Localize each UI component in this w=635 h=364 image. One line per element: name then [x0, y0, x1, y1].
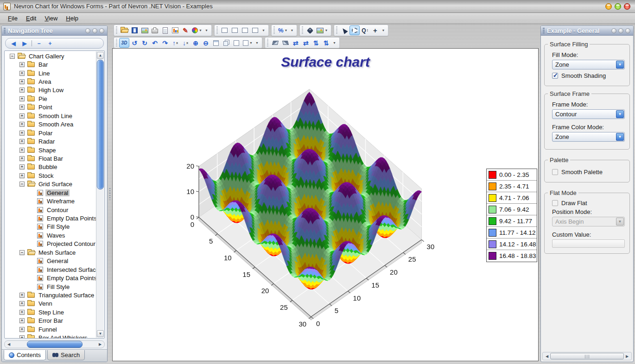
expand-icon[interactable]: +	[19, 173, 25, 178]
draw-flat-row[interactable]: Draw Flat	[552, 200, 626, 207]
scale-dropdown[interactable]: ▼	[289, 25, 295, 35]
tree-item-fill-style[interactable]: Fill Style	[5, 282, 95, 291]
collapse-icon[interactable]: −	[10, 54, 15, 59]
tools-dropdown[interactable]: ▼	[380, 25, 386, 35]
zoom-out-button[interactable]: ⊖	[201, 38, 211, 48]
menu-view[interactable]: View	[40, 14, 62, 23]
expand-icon[interactable]: +	[19, 122, 25, 127]
scroll-right-button[interactable]: ▶	[624, 353, 630, 359]
expand-icon[interactable]: +	[19, 293, 25, 298]
expand-icon[interactable]: +	[19, 156, 25, 161]
settings-horizontal-scrollbar[interactable]: ◀ ▶	[542, 352, 632, 360]
frame-plain-button[interactable]	[231, 38, 241, 48]
tree-item-stock[interactable]: +Stock	[5, 171, 95, 180]
tree-item-polar[interactable]: +Polar	[5, 129, 95, 137]
tree-item-general[interactable]: General	[5, 188, 95, 197]
title-bar[interactable]: Nevron Chart for Windows Forms - Part of…	[0, 0, 635, 13]
view-dropdown[interactable]: ▼	[254, 38, 260, 48]
expand-icon[interactable]: +	[19, 71, 25, 76]
vertical-scroll-thumb[interactable]	[97, 60, 104, 189]
tree-item-waves[interactable]: Waves	[5, 231, 95, 239]
panel-button-3[interactable]	[99, 28, 104, 33]
panel-button-2[interactable]	[618, 28, 623, 33]
frame-options-button[interactable]: ▼	[241, 38, 254, 48]
toolbar-grip[interactable]	[267, 39, 268, 47]
example-panel-header[interactable]: Example - General	[541, 26, 633, 36]
export-image-button[interactable]	[140, 25, 150, 35]
settings-scroll-thumb[interactable]	[550, 353, 624, 359]
dock-bottom-button[interactable]	[250, 25, 260, 35]
expand-icon[interactable]: +	[19, 164, 25, 169]
tree-item-smooth-line[interactable]: +Smooth Line	[5, 112, 95, 120]
palette-button[interactable]: ▼	[190, 25, 203, 35]
expand-icon[interactable]: +	[19, 301, 25, 306]
toolbar-grip[interactable]	[116, 39, 117, 47]
expand-icon[interactable]: +	[19, 310, 25, 315]
scroll-left-button[interactable]: ◀	[6, 341, 12, 347]
smooth-palette-checkbox[interactable]	[552, 169, 558, 175]
tree-item-grid-surface[interactable]: −Grid Surface	[5, 180, 95, 188]
tree-item-chart-gallery[interactable]: −Chart Gallery	[5, 52, 95, 60]
tree-item-step-line[interactable]: +Step Line	[5, 308, 95, 316]
horizontal-scroll-thumb[interactable]	[27, 341, 83, 348]
tree-item-general[interactable]: General	[5, 257, 95, 265]
toolbar-grip[interactable]	[116, 26, 117, 34]
menu-help[interactable]: Help	[62, 14, 83, 23]
height-decrease-button[interactable]: ⇅	[311, 38, 321, 48]
navigation-tree-header[interactable]: Navigation Tree	[2, 26, 107, 36]
collapse-icon[interactable]: −	[19, 182, 25, 187]
expand-icon[interactable]: +	[19, 148, 25, 153]
fill-style-button[interactable]	[305, 25, 315, 35]
expand-icon[interactable]: +	[19, 113, 25, 119]
tree-item-point[interactable]: +Point	[5, 103, 95, 112]
tree-item-bar[interactable]: +Bar	[5, 60, 95, 69]
scroll-down-button[interactable]: ▼	[97, 330, 104, 337]
wall-style-a-button[interactable]	[270, 38, 280, 48]
fill-mode-select[interactable]: Zone ▼	[552, 60, 625, 69]
expand-icon[interactable]: +	[19, 79, 25, 84]
tree-item-pie[interactable]: +Pie	[5, 94, 95, 103]
frame-mode-select[interactable]: Contour ▼	[552, 109, 625, 119]
expand-icon[interactable]: +	[19, 88, 25, 93]
elevation-down-button[interactable]: ↓x	[180, 38, 190, 48]
tree-item-radar[interactable]: +Radar	[5, 137, 95, 145]
scale-button[interactable]: %▼	[277, 25, 289, 35]
surface-chart-canvas[interactable]	[113, 49, 539, 361]
tree-item-intersected-surfaces[interactable]: Intersected Surfaces	[5, 265, 95, 274]
view-3d-toggle[interactable]: 3D	[119, 38, 129, 48]
left-splitter[interactable]	[108, 24, 112, 364]
tree-item-area[interactable]: +Area	[5, 77, 95, 86]
spin-up-button[interactable]: ↶	[150, 38, 160, 48]
width-increase-button[interactable]: ⇄	[301, 38, 311, 48]
scroll-up-button[interactable]: ▲	[97, 52, 104, 59]
wall-style-b-button[interactable]	[280, 38, 291, 48]
zoom-tool-button[interactable]	[349, 25, 360, 35]
rotate-left-button[interactable]: ↺	[129, 38, 140, 48]
smooth-shading-row[interactable]: Smooth Shading	[552, 72, 626, 79]
tree-item-venn[interactable]: +Venn	[5, 300, 95, 308]
dock-dropdown[interactable]: ▼	[260, 25, 267, 35]
offset-tool-button[interactable]: +	[370, 25, 380, 35]
tree-item-triangulated-surface[interactable]: +Triangulated Surface	[5, 291, 95, 299]
perspective-view-button[interactable]	[221, 38, 231, 48]
spin-down-button[interactable]: ↷	[160, 38, 170, 48]
print-preview-button[interactable]	[160, 25, 170, 35]
data-zoom-tool-button[interactable]: Q↕	[360, 25, 370, 35]
toolbar-grip[interactable]	[273, 26, 275, 34]
tree-horizontal-scrollbar[interactable]: ◀ ▶	[4, 340, 105, 348]
expand-icon[interactable]: +	[19, 96, 25, 101]
tree-item-smooth-area[interactable]: +Smooth Area	[5, 120, 95, 129]
toolbar-grip[interactable]	[336, 26, 337, 34]
zoom-in-button[interactable]: ⊕	[190, 38, 201, 48]
draw-flat-checkbox[interactable]	[552, 200, 558, 206]
scroll-right-button[interactable]: ▶	[97, 341, 103, 347]
tab-search[interactable]: Search	[47, 350, 85, 360]
tree-item-bubble[interactable]: +Bubble	[5, 163, 95, 171]
tree-item-wireframe[interactable]: Wireframe	[5, 197, 95, 205]
tree-item-shape[interactable]: +Shape	[5, 146, 95, 154]
toolbar-grip[interactable]	[216, 26, 218, 34]
collapse-icon[interactable]: −	[19, 250, 25, 255]
maximize-button[interactable]	[615, 3, 621, 10]
expand-icon[interactable]: +	[19, 318, 25, 323]
tree-item-projected-contour[interactable]: Projected Contour	[5, 240, 95, 248]
